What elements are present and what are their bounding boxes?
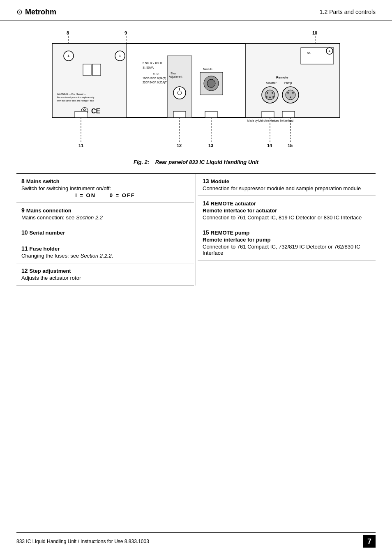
part-number-9: 9 bbox=[21, 207, 25, 214]
part-title-11: Fuse holder bbox=[30, 246, 60, 252]
svg-text:220V-240V: 0,25A(T): 220V-240V: 0,25A(T) bbox=[143, 81, 168, 84]
part-desc-15: Connection to 761 Compact IC, 732/819 IC… bbox=[203, 244, 371, 256]
part-title-10: Serial number bbox=[30, 230, 65, 236]
part-desc-11: Changing the fuses: see Section 2.2.2. bbox=[21, 253, 189, 259]
svg-point-39 bbox=[272, 92, 273, 94]
device-svg: + + Ⓢ CE WARNING — Fire Hazard — For con… bbox=[28, 29, 364, 152]
svg-text:Remote: Remote bbox=[276, 76, 288, 79]
svg-text:8: 8 bbox=[67, 30, 69, 35]
svg-text:+: + bbox=[119, 54, 121, 58]
svg-point-37 bbox=[265, 90, 275, 100]
page-number: 7 bbox=[363, 535, 376, 548]
svg-rect-5 bbox=[92, 64, 101, 76]
svg-point-40 bbox=[269, 97, 271, 98]
svg-rect-68 bbox=[262, 111, 274, 117]
parts-column-left: 8 Mains switch Switch for switching inst… bbox=[16, 174, 196, 286]
part-subtitle-15: Remote interface for pump bbox=[203, 237, 371, 243]
svg-text:+: + bbox=[328, 49, 330, 53]
svg-text:Module: Module bbox=[203, 68, 212, 71]
logo-text: Metrohm bbox=[25, 8, 56, 16]
part-desc-14: Connection to 761 Compact IC, 819 IC Det… bbox=[203, 214, 371, 221]
svg-text:+: + bbox=[67, 54, 70, 58]
part-item-14: 14 REMOTE actuator Remote interface for … bbox=[198, 196, 376, 225]
part-item-13: 13 Module Connection for suppressor modu… bbox=[198, 174, 376, 196]
svg-text:f: 50Hz - 60Hz: f: 50Hz - 60Hz bbox=[143, 61, 162, 65]
svg-text:10: 10 bbox=[312, 30, 317, 35]
svg-point-41 bbox=[266, 96, 267, 98]
part-number-10: 10 bbox=[21, 229, 28, 236]
svg-text:11: 11 bbox=[78, 143, 83, 148]
part-desc-8: Switch for switching instrument on/off: bbox=[21, 185, 189, 191]
svg-text:Adjustment: Adjustment bbox=[169, 75, 182, 78]
parts-column-right: 13 Module Connection for suppressor modu… bbox=[196, 174, 376, 286]
svg-point-47 bbox=[290, 97, 291, 98]
svg-text:14: 14 bbox=[267, 143, 272, 148]
part-subtitle-14: Remote interface for actuator bbox=[203, 207, 371, 214]
svg-rect-66 bbox=[173, 111, 186, 117]
svg-text:For continued protection repla: For continued protection replace only bbox=[57, 96, 95, 99]
svg-rect-67 bbox=[205, 111, 217, 117]
part-number-14: 14 bbox=[203, 200, 209, 207]
main-content: + + Ⓢ CE WARNING — Fire Hazard — For con… bbox=[0, 21, 392, 294]
part-item-9: 9 Mains connection Mains connection: see… bbox=[16, 203, 194, 225]
svg-point-26 bbox=[207, 79, 215, 88]
svg-text:13: 13 bbox=[208, 143, 213, 148]
svg-text:Step: Step bbox=[171, 72, 176, 75]
figure-area: + + Ⓢ CE WARNING — Fire Hazard — For con… bbox=[16, 29, 376, 165]
svg-rect-65 bbox=[75, 111, 87, 117]
part-item-11: 11 Fuse holder Changing the fuses: see S… bbox=[16, 241, 194, 263]
part-number-15: 15 bbox=[203, 229, 209, 236]
logo-area: ⊙ Metrohm bbox=[16, 7, 56, 16]
footer-text: 833 IC Liquid Handling Unit / Instructio… bbox=[16, 539, 149, 544]
part-number-12: 12 bbox=[21, 267, 28, 274]
svg-text:WARNING — Fire Hazard —: WARNING — Fire Hazard — bbox=[57, 93, 86, 95]
part-title-12: Step adjustment bbox=[30, 268, 71, 274]
svg-text:Made by Metrohm Herisau Switze: Made by Metrohm Herisau Switzerland bbox=[247, 119, 293, 122]
part-extra-8: I = ON 0 = OFF bbox=[21, 192, 189, 198]
part-title-13: Module bbox=[211, 178, 230, 184]
part-item-8: 8 Mains switch Switch for switching inst… bbox=[16, 174, 194, 203]
svg-text:12: 12 bbox=[177, 143, 182, 148]
part-number-8: 8 bbox=[21, 178, 25, 184]
part-title-9: Mains connection bbox=[26, 207, 71, 214]
part-number-11: 11 bbox=[21, 245, 28, 252]
svg-text:Actuator: Actuator bbox=[266, 81, 277, 84]
part-number-13: 13 bbox=[203, 178, 209, 184]
device-diagram: + + Ⓢ CE WARNING — Fire Hazard — For con… bbox=[28, 29, 364, 152]
parts-list: 8 Mains switch Switch for switching inst… bbox=[16, 173, 376, 286]
svg-text:9: 9 bbox=[125, 30, 127, 35]
logo-icon: ⊙ bbox=[16, 7, 23, 16]
svg-point-44 bbox=[286, 90, 295, 100]
header-section-title: 1.2 Parts and controls bbox=[320, 9, 376, 15]
svg-text:Nr.: Nr. bbox=[307, 51, 311, 54]
svg-text:Fuse: Fuse bbox=[153, 73, 159, 76]
svg-rect-4 bbox=[83, 64, 91, 76]
svg-text:100V-120V: 0,5A(T): 100V-120V: 0,5A(T) bbox=[143, 77, 166, 80]
part-item-15: 15 REMOTE pump Remote interface for pump… bbox=[198, 225, 376, 260]
svg-point-46 bbox=[292, 92, 294, 94]
svg-text:15: 15 bbox=[288, 143, 293, 148]
svg-point-38 bbox=[267, 92, 268, 94]
part-item-10: 10 Serial number bbox=[16, 225, 194, 241]
svg-text:CE: CE bbox=[91, 108, 101, 115]
part-desc-13: Connection for suppressor module and sam… bbox=[203, 185, 371, 191]
part-title-14: REMOTE actuator bbox=[211, 200, 256, 207]
svg-point-45 bbox=[287, 92, 289, 94]
svg-point-42 bbox=[272, 96, 274, 98]
page-footer: 833 IC Liquid Handling Unit / Instructio… bbox=[16, 532, 376, 548]
svg-text:with the same type and rating : with the same type and rating of fuse bbox=[57, 99, 94, 102]
page-header: ⊙ Metrohm 1.2 Parts and controls bbox=[0, 0, 392, 21]
svg-text:S: 50VA: S: 50VA bbox=[143, 66, 154, 69]
part-desc-9: Mains connection: see Section 2.2 bbox=[21, 214, 189, 221]
svg-text:Pump: Pump bbox=[284, 81, 292, 85]
svg-rect-69 bbox=[282, 111, 295, 117]
part-title-8: Mains switch bbox=[26, 178, 60, 184]
figure-caption: Fig. 2: Rear panelof 833 IC Liquid Handl… bbox=[16, 159, 376, 165]
part-item-12: 12 Step adjustment Adjusts the actuator … bbox=[16, 263, 194, 286]
part-title-15: REMOTE pump bbox=[211, 230, 250, 236]
part-desc-12: Adjusts the actuator rotor bbox=[21, 275, 189, 281]
